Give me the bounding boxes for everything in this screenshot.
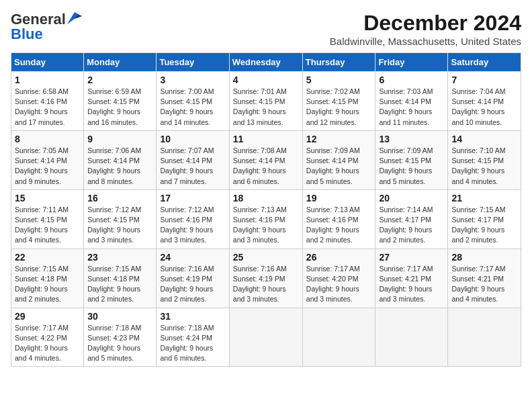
col-thursday: Thursday [302, 53, 375, 72]
day-number: 31 [160, 311, 225, 322]
location-subtitle: Baldwinville, Massachusetts, United Stat… [330, 36, 521, 47]
day-info: Sunrise: 7:18 AM Sunset: 4:24 PM Dayligh… [160, 324, 214, 363]
calendar-cell: 21 Sunrise: 7:15 AM Sunset: 4:17 PM Dayl… [448, 189, 521, 248]
calendar-cell: 24 Sunrise: 7:16 AM Sunset: 4:19 PM Dayl… [157, 248, 229, 308]
title-block: December 2024 Baldwinville, Massachusett… [330, 11, 521, 47]
day-info: Sunrise: 7:06 AM Sunset: 4:14 PM Dayligh… [87, 146, 141, 185]
calendar-cell: 30 Sunrise: 7:18 AM Sunset: 4:23 PM Dayl… [84, 308, 157, 367]
page-header: General Blue December 2024 Baldwinville,… [11, 11, 521, 47]
day-info: Sunrise: 7:17 AM Sunset: 4:20 PM Dayligh… [306, 265, 360, 304]
col-tuesday: Tuesday [157, 53, 229, 72]
calendar-cell: 23 Sunrise: 7:15 AM Sunset: 4:18 PM Dayl… [84, 248, 157, 308]
day-number: 7 [451, 75, 517, 85]
logo: General Blue [11, 11, 82, 43]
calendar-cell [448, 308, 521, 367]
calendar-cell: 12 Sunrise: 7:09 AM Sunset: 4:14 PM Dayl… [302, 130, 375, 189]
day-info: Sunrise: 6:58 AM Sunset: 4:16 PM Dayligh… [15, 87, 69, 126]
calendar-cell: 2 Sunrise: 6:59 AM Sunset: 4:15 PM Dayli… [84, 72, 157, 131]
day-number: 19 [306, 193, 372, 203]
calendar-cell: 29 Sunrise: 7:17 AM Sunset: 4:22 PM Dayl… [11, 308, 84, 367]
month-title: December 2024 [330, 11, 521, 36]
calendar-cell: 17 Sunrise: 7:12 AM Sunset: 4:16 PM Dayl… [157, 189, 229, 248]
day-info: Sunrise: 7:11 AM Sunset: 4:15 PM Dayligh… [15, 205, 69, 244]
day-info: Sunrise: 7:03 AM Sunset: 4:14 PM Dayligh… [379, 87, 433, 126]
logo-blue-text: Blue [11, 26, 43, 43]
day-number: 20 [379, 193, 444, 203]
day-number: 29 [15, 311, 80, 322]
calendar-week-row: 22 Sunrise: 7:15 AM Sunset: 4:18 PM Dayl… [11, 248, 521, 308]
calendar-cell: 5 Sunrise: 7:02 AM Sunset: 4:15 PM Dayli… [302, 72, 375, 131]
day-info: Sunrise: 7:17 AM Sunset: 4:22 PM Dayligh… [15, 324, 69, 363]
day-info: Sunrise: 7:09 AM Sunset: 4:15 PM Dayligh… [379, 146, 433, 185]
calendar-cell: 13 Sunrise: 7:09 AM Sunset: 4:15 PM Dayl… [375, 130, 448, 189]
col-sunday: Sunday [11, 53, 84, 72]
day-number: 11 [233, 134, 299, 144]
day-info: Sunrise: 7:00 AM Sunset: 4:15 PM Dayligh… [160, 87, 214, 126]
day-info: Sunrise: 7:12 AM Sunset: 4:16 PM Dayligh… [160, 205, 214, 244]
calendar-cell: 7 Sunrise: 7:04 AM Sunset: 4:14 PM Dayli… [448, 72, 521, 131]
day-number: 4 [233, 75, 299, 85]
calendar-cell: 10 Sunrise: 7:07 AM Sunset: 4:14 PM Dayl… [157, 130, 229, 189]
day-number: 17 [160, 193, 225, 203]
day-number: 22 [15, 252, 80, 263]
day-info: Sunrise: 7:01 AM Sunset: 4:15 PM Dayligh… [233, 87, 287, 126]
calendar-cell: 16 Sunrise: 7:12 AM Sunset: 4:15 PM Dayl… [84, 189, 157, 248]
calendar-cell: 8 Sunrise: 7:05 AM Sunset: 4:14 PM Dayli… [11, 130, 84, 189]
day-number: 6 [379, 75, 444, 85]
logo-bird-icon [67, 12, 82, 24]
day-info: Sunrise: 7:13 AM Sunset: 4:16 PM Dayligh… [233, 205, 287, 244]
day-number: 3 [160, 75, 225, 85]
day-info: Sunrise: 7:09 AM Sunset: 4:14 PM Dayligh… [306, 146, 360, 185]
day-info: Sunrise: 7:15 AM Sunset: 4:18 PM Dayligh… [15, 265, 69, 304]
day-number: 25 [233, 252, 299, 263]
calendar-cell: 3 Sunrise: 7:00 AM Sunset: 4:15 PM Dayli… [157, 72, 229, 131]
day-number: 9 [87, 134, 152, 144]
calendar-cell: 9 Sunrise: 7:06 AM Sunset: 4:14 PM Dayli… [84, 130, 157, 189]
day-number: 18 [233, 193, 299, 203]
calendar-cell: 28 Sunrise: 7:17 AM Sunset: 4:21 PM Dayl… [448, 248, 521, 308]
calendar-cell: 4 Sunrise: 7:01 AM Sunset: 4:15 PM Dayli… [229, 72, 302, 131]
day-info: Sunrise: 7:15 AM Sunset: 4:18 PM Dayligh… [87, 265, 141, 304]
day-info: Sunrise: 7:17 AM Sunset: 4:21 PM Dayligh… [379, 265, 433, 304]
day-info: Sunrise: 7:13 AM Sunset: 4:16 PM Dayligh… [306, 205, 360, 244]
col-friday: Friday [375, 53, 448, 72]
calendar-week-row: 1 Sunrise: 6:58 AM Sunset: 4:16 PM Dayli… [11, 72, 521, 131]
day-info: Sunrise: 7:16 AM Sunset: 4:19 PM Dayligh… [160, 265, 214, 304]
calendar-cell: 15 Sunrise: 7:11 AM Sunset: 4:15 PM Dayl… [11, 189, 84, 248]
day-number: 28 [451, 252, 517, 263]
day-info: Sunrise: 7:07 AM Sunset: 4:14 PM Dayligh… [160, 146, 214, 185]
day-info: Sunrise: 7:14 AM Sunset: 4:17 PM Dayligh… [379, 205, 433, 244]
day-number: 2 [87, 75, 152, 85]
day-info: Sunrise: 7:16 AM Sunset: 4:19 PM Dayligh… [233, 265, 287, 304]
day-number: 14 [451, 134, 517, 144]
calendar-week-row: 8 Sunrise: 7:05 AM Sunset: 4:14 PM Dayli… [11, 130, 521, 189]
calendar-table: Sunday Monday Tuesday Wednesday Thursday… [11, 52, 521, 367]
calendar-week-row: 15 Sunrise: 7:11 AM Sunset: 4:15 PM Dayl… [11, 189, 521, 248]
day-number: 13 [379, 134, 444, 144]
calendar-cell: 27 Sunrise: 7:17 AM Sunset: 4:21 PM Dayl… [375, 248, 448, 308]
calendar-cell: 25 Sunrise: 7:16 AM Sunset: 4:19 PM Dayl… [229, 248, 302, 308]
day-info: Sunrise: 7:15 AM Sunset: 4:17 PM Dayligh… [451, 205, 505, 244]
days-header-row: Sunday Monday Tuesday Wednesday Thursday… [11, 53, 521, 72]
calendar-cell [302, 308, 375, 367]
day-info: Sunrise: 7:02 AM Sunset: 4:15 PM Dayligh… [306, 87, 360, 126]
day-number: 15 [15, 193, 80, 203]
day-info: Sunrise: 7:18 AM Sunset: 4:23 PM Dayligh… [87, 324, 141, 363]
day-info: Sunrise: 7:05 AM Sunset: 4:14 PM Dayligh… [15, 146, 69, 185]
calendar-cell [375, 308, 448, 367]
col-monday: Monday [84, 53, 157, 72]
calendar-cell: 31 Sunrise: 7:18 AM Sunset: 4:24 PM Dayl… [157, 308, 229, 367]
day-number: 10 [160, 134, 225, 144]
calendar-cell: 11 Sunrise: 7:08 AM Sunset: 4:14 PM Dayl… [229, 130, 302, 189]
calendar-cell: 20 Sunrise: 7:14 AM Sunset: 4:17 PM Dayl… [375, 189, 448, 248]
day-number: 23 [87, 252, 152, 263]
calendar-week-row: 29 Sunrise: 7:17 AM Sunset: 4:22 PM Dayl… [11, 308, 521, 367]
calendar-cell: 1 Sunrise: 6:58 AM Sunset: 4:16 PM Dayli… [11, 72, 84, 131]
calendar-cell [229, 308, 302, 367]
col-saturday: Saturday [448, 53, 521, 72]
calendar-cell: 26 Sunrise: 7:17 AM Sunset: 4:20 PM Dayl… [302, 248, 375, 308]
day-info: Sunrise: 7:12 AM Sunset: 4:15 PM Dayligh… [87, 205, 141, 244]
day-info: Sunrise: 6:59 AM Sunset: 4:15 PM Dayligh… [87, 87, 141, 126]
day-number: 1 [15, 75, 80, 85]
calendar-cell: 19 Sunrise: 7:13 AM Sunset: 4:16 PM Dayl… [302, 189, 375, 248]
